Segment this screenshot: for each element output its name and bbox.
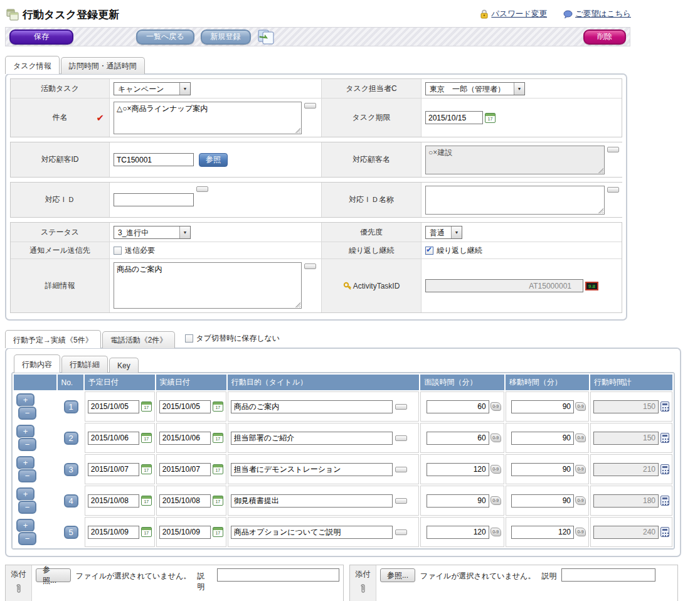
calendar-icon[interactable] [141, 464, 152, 474]
row-number-button[interactable]: 5 [64, 526, 78, 539]
assignee-select[interactable]: 東京 一郎（管理者） ▼ [425, 82, 525, 95]
row-number-button[interactable]: 1 [64, 400, 78, 413]
actual-date-input[interactable] [159, 432, 211, 445]
no-save-on-tab-switch-checkbox[interactable] [185, 334, 193, 343]
description-input[interactable] [217, 568, 339, 582]
purpose-input[interactable] [231, 463, 393, 476]
expand-icon[interactable] [395, 404, 407, 410]
purpose-input[interactable] [231, 400, 393, 413]
meeting-minutes-input[interactable] [427, 400, 489, 413]
numeric-pad-icon[interactable] [491, 528, 501, 536]
numeric-pad-icon[interactable] [491, 496, 501, 505]
purpose-input[interactable] [231, 432, 393, 445]
remove-row-button[interactable]: − [18, 469, 36, 482]
remove-row-button[interactable]: − [18, 438, 36, 451]
calendar-icon[interactable] [213, 433, 223, 443]
add-row-button[interactable]: + [16, 487, 34, 501]
expand-icon[interactable] [304, 263, 316, 269]
expand-icon[interactable] [395, 435, 407, 441]
add-row-button[interactable]: + [16, 456, 34, 469]
calendar-icon[interactable] [141, 527, 152, 537]
plan-date-input[interactable] [88, 432, 139, 445]
travel-minutes-input[interactable] [511, 463, 574, 476]
actual-date-input[interactable] [159, 526, 211, 539]
row-number-button[interactable]: 2 [64, 432, 78, 445]
calendar-icon[interactable] [141, 496, 152, 506]
tab-action-content[interactable]: 行動内容 [14, 354, 60, 373]
numeric-pad-icon[interactable] [575, 528, 586, 536]
travel-minutes-input[interactable] [511, 432, 574, 445]
calendar-icon[interactable] [141, 433, 152, 443]
meeting-minutes-input[interactable] [427, 463, 489, 476]
description-input[interactable] [561, 568, 655, 582]
numeric-pad-icon[interactable] [575, 402, 586, 411]
add-row-button[interactable]: + [16, 393, 34, 407]
customer-id-input[interactable] [114, 153, 194, 166]
calendar-icon[interactable] [141, 402, 152, 412]
browse-button[interactable]: 参照... [380, 568, 415, 582]
remove-row-button[interactable]: − [18, 501, 36, 514]
calculator-icon[interactable] [660, 402, 669, 412]
numeric-pad-icon[interactable] [575, 465, 586, 474]
delete-button[interactable]: 削除 [583, 29, 626, 45]
meeting-minutes-input[interactable] [427, 494, 489, 508]
status-select[interactable]: 3_進行中 ▼ [114, 226, 191, 239]
purpose-input[interactable] [231, 494, 393, 508]
subject-textarea[interactable]: △○×商品ラインナップ案内 [114, 102, 302, 134]
purpose-input[interactable] [231, 526, 393, 539]
activity-task-select[interactable]: キャンペーン ▼ [114, 82, 191, 95]
calendar-icon[interactable] [213, 496, 223, 506]
calculator-icon[interactable] [660, 527, 669, 537]
request-link[interactable]: ご要望はこちら [575, 9, 631, 19]
taiou-id-name-textarea[interactable] [425, 186, 605, 215]
meeting-minutes-input[interactable] [427, 526, 489, 539]
plan-date-input[interactable] [88, 463, 139, 476]
row-number-button[interactable]: 3 [64, 463, 78, 476]
plan-date-input[interactable] [88, 526, 139, 539]
tab-task-info[interactable]: タスク情報 [5, 56, 60, 74]
plan-date-input[interactable] [88, 494, 139, 508]
repeat-checkbox[interactable] [425, 247, 433, 255]
numeric-pad-icon[interactable] [491, 433, 501, 442]
priority-select[interactable]: 普通 ▼ [425, 226, 462, 239]
add-row-button[interactable]: + [16, 425, 34, 438]
meeting-minutes-input[interactable] [427, 432, 489, 445]
save-button[interactable]: 保存 [9, 29, 73, 45]
plan-date-input[interactable] [88, 400, 139, 413]
remove-row-button[interactable]: − [18, 407, 36, 420]
actual-date-input[interactable] [159, 463, 211, 476]
tab-visit-call-time[interactable]: 訪問時間・通話時間 [61, 57, 145, 74]
numeric-pad-icon[interactable] [491, 465, 501, 474]
calculator-icon[interactable] [660, 496, 669, 506]
remove-row-button[interactable]: − [18, 532, 36, 545]
calendar-icon[interactable] [485, 113, 496, 123]
copy-icon[interactable] [257, 29, 276, 45]
expand-icon[interactable] [607, 147, 619, 152]
row-number-button[interactable]: 4 [64, 494, 78, 508]
expand-icon[interactable] [607, 187, 619, 193]
back-to-list-button[interactable]: 一覧へ戻る [136, 29, 194, 45]
calendar-icon[interactable] [213, 402, 223, 412]
tab-activity-plan[interactable]: 行動予定→実績《5件》 [5, 330, 101, 348]
calendar-icon[interactable] [213, 527, 223, 537]
notify-mail-checkbox[interactable] [114, 247, 122, 255]
tab-key[interactable]: Key [109, 358, 139, 373]
add-row-button[interactable]: + [16, 519, 34, 532]
reference-button[interactable]: 参照 [199, 153, 228, 167]
numeric-pad-icon[interactable] [575, 496, 586, 505]
expand-icon[interactable] [196, 186, 208, 192]
browse-button[interactable]: 参照... [36, 568, 71, 582]
expand-icon[interactable] [395, 467, 407, 472]
tab-action-detail[interactable]: 行動詳細 [61, 356, 108, 373]
detail-textarea[interactable]: 商品のご案内 [114, 262, 302, 309]
new-register-button[interactable]: 新規登録 [201, 29, 251, 45]
deadline-input[interactable] [425, 111, 483, 124]
travel-minutes-input[interactable] [511, 400, 574, 413]
numeric-pad-icon[interactable] [575, 433, 586, 442]
travel-minutes-input[interactable] [511, 494, 574, 508]
calculator-icon[interactable] [660, 433, 669, 443]
taiou-id-input[interactable] [114, 193, 194, 206]
calculator-icon[interactable] [660, 464, 669, 474]
expand-icon[interactable] [395, 529, 407, 535]
tab-phone-activity[interactable]: 電話活動《2件》 [102, 331, 176, 348]
